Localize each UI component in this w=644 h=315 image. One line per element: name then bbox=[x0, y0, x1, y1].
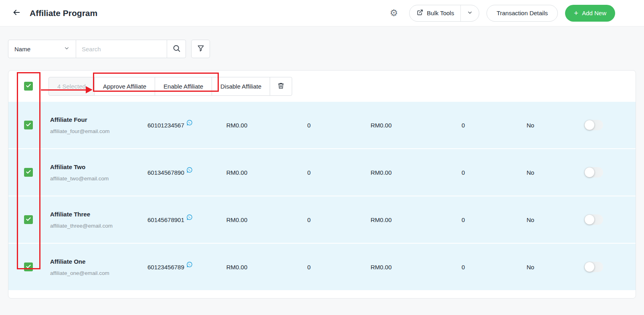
affiliate-name: Affiliate Four bbox=[50, 116, 147, 123]
bulk-tools-dropdown-button[interactable] bbox=[460, 5, 479, 21]
affiliate-name: Affiliate Three bbox=[50, 211, 147, 218]
count-2: 0 bbox=[417, 122, 509, 129]
whatsapp-icon[interactable] bbox=[186, 214, 193, 222]
status-toggle[interactable] bbox=[584, 262, 603, 272]
filter-button[interactable] bbox=[191, 40, 210, 58]
amount-1: RM0.00 bbox=[201, 122, 273, 129]
count-2: 0 bbox=[417, 169, 509, 176]
toggle-knob bbox=[585, 262, 594, 272]
status-toggle[interactable] bbox=[584, 214, 603, 225]
search-field-select[interactable]: Name bbox=[8, 40, 76, 58]
count-2: 0 bbox=[417, 264, 509, 271]
toggle-knob bbox=[585, 120, 594, 130]
search-button[interactable] bbox=[167, 40, 186, 58]
count-1: 0 bbox=[273, 122, 345, 129]
whatsapp-icon[interactable] bbox=[186, 261, 193, 269]
affiliate-table: 4 Selected Approve Affiliate Enable Affi… bbox=[8, 70, 636, 299]
external-link-icon bbox=[417, 9, 423, 17]
row-checkbox[interactable] bbox=[24, 121, 33, 129]
phone-cell: 60101234567 bbox=[147, 121, 201, 129]
phone-number: 60134567890 bbox=[147, 169, 184, 176]
amount-2: RM0.00 bbox=[345, 264, 417, 271]
phone-cell: 60145678901 bbox=[147, 216, 201, 224]
count-1: 0 bbox=[273, 169, 345, 176]
bulk-action-bar: 4 Selected Approve Affiliate Enable Affi… bbox=[8, 71, 636, 102]
affiliate-name: Affiliate One bbox=[50, 258, 147, 265]
row-checkbox[interactable] bbox=[24, 262, 33, 271]
affiliate-identity: Affiliate Four affiliate_four@email.com bbox=[48, 116, 147, 134]
phone-number: 60145678901 bbox=[147, 216, 184, 223]
approve-affiliate-button[interactable]: Approve Affiliate bbox=[94, 77, 155, 96]
whatsapp-icon[interactable] bbox=[186, 119, 193, 127]
toggle-knob bbox=[585, 168, 594, 177]
filter-funnel-icon bbox=[197, 44, 205, 54]
whatsapp-icon[interactable] bbox=[186, 167, 193, 174]
disable-affiliate-button[interactable]: Disable Affiliate bbox=[212, 77, 270, 96]
amount-1: RM0.00 bbox=[201, 216, 273, 223]
status-toggle[interactable] bbox=[584, 120, 603, 130]
selected-count-button: 4 Selected bbox=[48, 77, 95, 96]
plus-icon: + bbox=[574, 9, 578, 17]
search-icon bbox=[172, 44, 181, 54]
phone-cell: 60134567890 bbox=[147, 169, 201, 176]
affiliate-email: affiliate_one@email.com bbox=[50, 270, 147, 276]
bulk-tools-label: Bulk Tools bbox=[427, 10, 454, 16]
search-field-value: Name bbox=[14, 46, 30, 52]
check-icon bbox=[26, 216, 31, 223]
check-icon bbox=[26, 264, 31, 271]
row-checkbox[interactable] bbox=[24, 168, 33, 177]
count-1: 0 bbox=[273, 264, 345, 271]
phone-number: 60123456789 bbox=[147, 264, 184, 271]
add-new-button[interactable]: + Add New bbox=[565, 5, 615, 22]
amount-1: RM0.00 bbox=[201, 169, 273, 176]
back-button[interactable] bbox=[10, 6, 23, 20]
filter-row: Name bbox=[8, 40, 644, 58]
page-title: Affiliate Program bbox=[30, 8, 97, 18]
affiliate-name: Affiliate Two bbox=[50, 164, 147, 170]
bulk-action-buttons: 4 Selected Approve Affiliate Enable Affi… bbox=[48, 77, 292, 96]
arrow-left-icon bbox=[12, 8, 21, 18]
transaction-details-label: Transaction Details bbox=[497, 10, 548, 16]
table-row: Affiliate One affiliate_one@email.com 60… bbox=[8, 244, 636, 291]
phone-number: 60101234567 bbox=[147, 122, 184, 129]
add-new-label: Add New bbox=[582, 10, 606, 16]
topbar: Affiliate Program ⚙ Bulk Tools Transacti… bbox=[0, 0, 644, 26]
affiliate-identity: Affiliate One affiliate_one@email.com bbox=[48, 258, 147, 276]
amount-2: RM0.00 bbox=[345, 216, 417, 223]
search-input[interactable] bbox=[76, 40, 167, 58]
table-row: Affiliate Four affiliate_four@email.com … bbox=[8, 102, 636, 149]
flag-value: No bbox=[509, 264, 551, 271]
gear-icon: ⚙ bbox=[390, 8, 398, 18]
amount-2: RM0.00 bbox=[345, 169, 417, 176]
select-all-checkbox[interactable] bbox=[24, 82, 33, 91]
transaction-details-button[interactable]: Transaction Details bbox=[487, 5, 558, 22]
amount-1: RM0.00 bbox=[201, 264, 273, 271]
settings-button[interactable]: ⚙ bbox=[390, 8, 398, 18]
bulk-tools-button-group: Bulk Tools bbox=[409, 5, 479, 22]
topbar-actions: ⚙ Bulk Tools Transaction Details + Add N… bbox=[390, 5, 615, 22]
affiliate-email: affiliate_four@email.com bbox=[50, 128, 147, 134]
affiliate-identity: Affiliate Three affiliate_three@email.co… bbox=[48, 211, 147, 229]
toggle-knob bbox=[585, 215, 594, 224]
trash-icon bbox=[277, 82, 285, 91]
affiliate-email: affiliate_three@email.com bbox=[50, 223, 147, 229]
amount-2: RM0.00 bbox=[345, 122, 417, 129]
affiliate-identity: Affiliate Two affiliate_two@email.com bbox=[48, 164, 147, 182]
count-2: 0 bbox=[417, 216, 509, 223]
flag-value: No bbox=[509, 169, 551, 176]
status-toggle[interactable] bbox=[584, 167, 603, 178]
phone-cell: 60123456789 bbox=[147, 263, 201, 271]
row-checkbox[interactable] bbox=[24, 215, 33, 224]
check-icon bbox=[26, 169, 31, 176]
check-icon bbox=[26, 83, 31, 90]
flag-value: No bbox=[509, 216, 551, 223]
chevron-down-icon bbox=[467, 10, 473, 17]
chevron-down-icon bbox=[64, 45, 70, 52]
count-1: 0 bbox=[273, 216, 345, 223]
bulk-tools-button[interactable]: Bulk Tools bbox=[410, 5, 460, 21]
delete-selected-button[interactable] bbox=[270, 77, 292, 96]
enable-affiliate-button[interactable]: Enable Affiliate bbox=[155, 77, 212, 96]
affiliate-email: affiliate_two@email.com bbox=[50, 176, 147, 182]
table-row: Affiliate Three affiliate_three@email.co… bbox=[8, 196, 636, 244]
table-row: Affiliate Two affiliate_two@email.com 60… bbox=[8, 149, 636, 196]
